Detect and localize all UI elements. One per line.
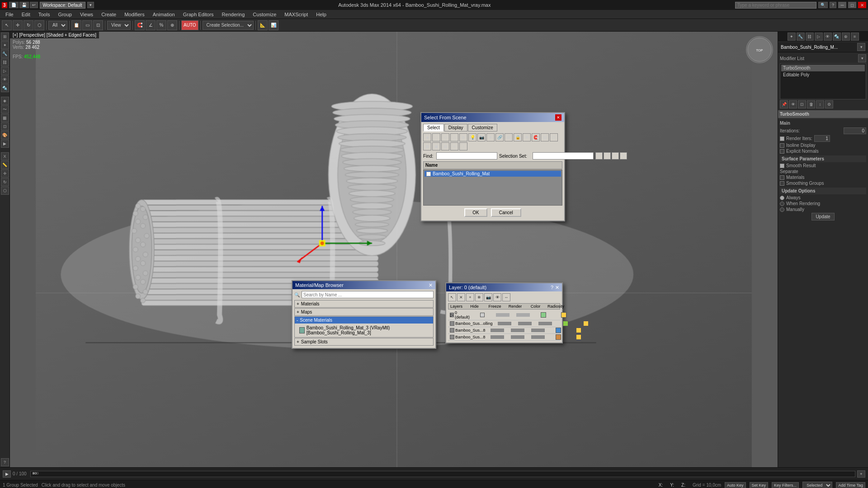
utilities-panel-btn[interactable]: 🔩: [833, 33, 841, 41]
nav-cube[interactable]: TOP: [746, 36, 773, 63]
explicit-normals-checkbox[interactable]: [780, 149, 784, 154]
sel-set-input[interactable]: [533, 152, 594, 160]
select-tab-display[interactable]: Display: [444, 124, 467, 131]
sel-tool-13[interactable]: 🧲: [532, 133, 540, 141]
cancel-btn[interactable]: Cancel: [491, 208, 521, 217]
sidebar-video[interactable]: ▶: [1, 140, 9, 148]
sel-tool-18[interactable]: ▧: [441, 142, 449, 150]
sel-tool-11[interactable]: 🔒: [514, 133, 522, 141]
layer-2-render[interactable]: [528, 328, 548, 332]
scale-tool[interactable]: ⬡: [34, 20, 44, 30]
hierarchy-panel-btn[interactable]: ⛓: [806, 33, 814, 41]
sel-tool-1[interactable]: ◈: [423, 133, 431, 141]
layer-delete-btn[interactable]: ✕: [457, 293, 465, 301]
layer-0-freeze[interactable]: [492, 313, 513, 317]
layer-row-3[interactable]: Bamboo_Sus...8: [448, 334, 560, 341]
sel-tool-9[interactable]: 🔗: [495, 133, 504, 141]
sidebar-modify[interactable]: 🔧: [1, 50, 9, 58]
stack-delete-btn[interactable]: 🗑: [807, 100, 815, 108]
layer-1-render[interactable]: [535, 322, 556, 325]
sidebar-schematic[interactable]: ⊡: [1, 122, 9, 131]
sidebar-scale2[interactable]: ⬡: [1, 187, 9, 195]
sidebar-hierarchy[interactable]: ⛓: [1, 58, 9, 66]
reactor-panel-btn[interactable]: ⊕: [842, 33, 850, 41]
materials-checkbox[interactable]: [780, 175, 784, 180]
layer-1-radiosity[interactable]: [576, 321, 596, 326]
sidebar-material[interactable]: ◈: [1, 97, 9, 105]
percent-snap[interactable]: %: [156, 20, 166, 30]
save-btn[interactable]: 💾: [19, 2, 29, 8]
layer-3-render[interactable]: [528, 335, 548, 339]
menu-animation[interactable]: Animation: [149, 11, 179, 18]
sel-tool-3[interactable]: ◇: [441, 133, 449, 141]
layer-0-hide[interactable]: [472, 313, 492, 317]
sidebar-command-panel[interactable]: ⊞: [1, 33, 9, 41]
layer-dialog-help[interactable]: ?: [551, 285, 553, 290]
auto-key-btn[interactable]: Auto Key: [725, 482, 746, 488]
sel-tool-16[interactable]: ▦: [423, 142, 431, 150]
sel-tool-4[interactable]: △: [450, 133, 458, 141]
layer-1-freeze[interactable]: [515, 322, 535, 325]
select-from-scene-dialog[interactable]: Select From Scene ✕ Select Display Custo…: [420, 112, 565, 221]
undo-btn[interactable]: ↩: [30, 2, 38, 8]
rect-select-btn[interactable]: ▭: [82, 20, 92, 30]
layer-add-btn[interactable]: +: [466, 293, 474, 301]
sidebar-utilities[interactable]: 🔩: [1, 84, 9, 92]
smoothing-groups-checkbox[interactable]: [780, 181, 784, 186]
layer-3-hide[interactable]: [487, 335, 508, 339]
display-panel-btn[interactable]: 👁: [824, 33, 832, 41]
find-input[interactable]: [436, 152, 497, 160]
create-selection-dropdown[interactable]: Create Selection...: [203, 21, 254, 30]
menu-customize[interactable]: Customize: [249, 11, 280, 18]
layer-view-btn[interactable]: 👁: [493, 293, 501, 301]
select-tab-select[interactable]: Select: [423, 124, 444, 131]
mat-group-maps-header[interactable]: + Maps: [295, 309, 433, 315]
filter-dropdown[interactable]: All: [48, 21, 67, 30]
layer-2-freeze[interactable]: [508, 328, 528, 332]
layer-1-hide[interactable]: [495, 322, 515, 325]
sel-tool-2[interactable]: □: [432, 133, 440, 141]
sidebar-color[interactable]: 🎨: [1, 131, 9, 139]
material-dialog-close[interactable]: ✕: [429, 283, 433, 288]
motion-panel-btn[interactable]: ▷: [815, 33, 823, 41]
move-tool[interactable]: ✛: [13, 20, 23, 30]
smooth-result-checkbox[interactable]: [780, 164, 784, 168]
key-filters-btn[interactable]: Key Filters...: [772, 482, 799, 488]
sel-tool-5[interactable]: ⊕: [459, 133, 467, 141]
iterations-input[interactable]: [844, 127, 866, 134]
workspace-dropdown[interactable]: ▾: [87, 2, 94, 8]
sel-tool-8[interactable]: ✦: [486, 133, 495, 141]
sidebar-question[interactable]: ?: [1, 458, 9, 466]
select-tab-customize[interactable]: Customize: [468, 124, 497, 131]
minimize-btn[interactable]: ─: [838, 2, 846, 8]
isoline-checkbox[interactable]: [780, 143, 784, 148]
layer-row-2[interactable]: Bamboo_Sus...8: [448, 327, 560, 334]
search-input[interactable]: [735, 2, 816, 9]
sel-tool-17[interactable]: ▣: [432, 142, 440, 150]
menu-help[interactable]: Help: [312, 11, 330, 18]
menu-modifiers[interactable]: Modifiers: [121, 11, 148, 18]
sel-tool-7[interactable]: 📷: [477, 133, 486, 141]
mat-search-input[interactable]: [302, 291, 434, 298]
sidebar-create[interactable]: ✦: [1, 41, 9, 49]
select-tool[interactable]: ↖: [2, 20, 12, 30]
select-by-name-btn[interactable]: 📋: [71, 20, 81, 30]
sel-tool-12[interactable]: 👁: [523, 133, 531, 141]
autokey-btn[interactable]: AUTO: [181, 20, 198, 30]
menu-views[interactable]: Views: [76, 11, 97, 18]
menu-graph-editors[interactable]: Graph Editors: [179, 11, 217, 18]
mat-group-scene-header[interactable]: - Scene Materials: [295, 317, 433, 324]
layer-dialog-close[interactable]: ✕: [555, 285, 559, 290]
sidebar-move[interactable]: ✛: [1, 169, 9, 178]
ribbon-btn[interactable]: 📊: [269, 20, 278, 30]
layer-render-btn[interactable]: 📷: [484, 293, 492, 301]
window-crossing-btn[interactable]: ⊡: [93, 20, 103, 30]
timeline-play-btn[interactable]: ▶: [3, 470, 11, 478]
layer-select-btn[interactable]: ↖: [448, 293, 456, 301]
extra-panel-btn[interactable]: ≡: [851, 33, 859, 41]
update-btn[interactable]: Update: [811, 213, 834, 221]
nav-cube-inner[interactable]: TOP: [746, 36, 773, 63]
sel-tool-19[interactable]: ≡: [450, 142, 458, 150]
always-radio[interactable]: [780, 196, 784, 200]
layer-3-radiosity[interactable]: [569, 334, 589, 340]
